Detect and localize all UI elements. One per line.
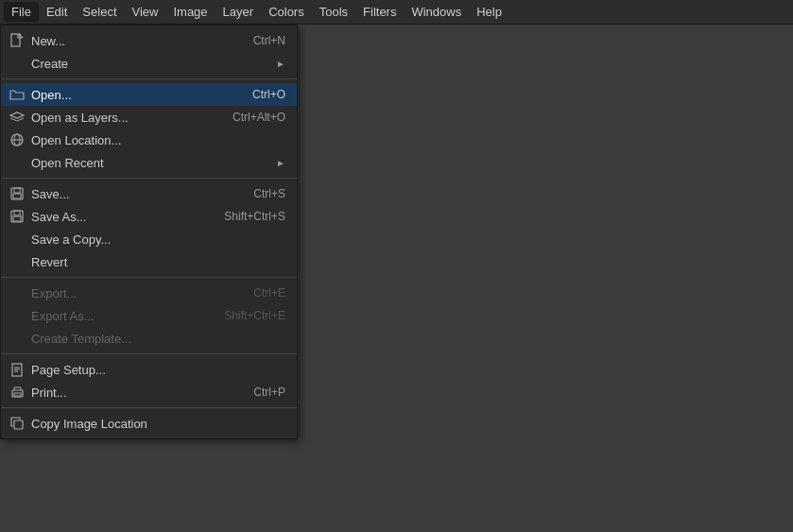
menu-layer[interactable]: Layer bbox=[215, 2, 262, 22]
open-shortcut: Ctrl+O bbox=[252, 88, 285, 101]
revert-label: Revert bbox=[31, 255, 285, 269]
file-dropdown-menu: New... Ctrl+N Create ► Open... Ctrl+O Op… bbox=[0, 25, 298, 439]
create-template-label: Create Template... bbox=[31, 332, 285, 346]
open-layers-icon bbox=[9, 109, 26, 126]
save-icon bbox=[9, 185, 26, 202]
menu-item-new[interactable]: New... Ctrl+N bbox=[1, 29, 297, 52]
open-folder-icon bbox=[9, 86, 26, 103]
menu-item-create[interactable]: Create ► bbox=[1, 52, 297, 75]
menu-item-create-template[interactable]: Create Template... bbox=[1, 327, 297, 350]
menu-item-save[interactable]: Save... Ctrl+S bbox=[1, 182, 297, 205]
open-label: Open... bbox=[31, 88, 233, 102]
svg-rect-9 bbox=[14, 211, 20, 215]
separator-2 bbox=[1, 178, 297, 179]
menu-item-open[interactable]: Open... Ctrl+O bbox=[1, 83, 297, 106]
page-setup-icon bbox=[9, 361, 26, 378]
menu-image[interactable]: Image bbox=[165, 2, 215, 22]
open-layers-label: Open as Layers... bbox=[31, 111, 214, 125]
svg-rect-7 bbox=[13, 194, 21, 198]
open-recent-arrow-icon: ► bbox=[276, 158, 285, 168]
menu-windows[interactable]: Windows bbox=[404, 2, 469, 22]
menu-item-save-as[interactable]: Save As... Shift+Ctrl+S bbox=[1, 205, 297, 228]
menu-filters[interactable]: Filters bbox=[355, 2, 404, 22]
open-location-label: Open Location... bbox=[31, 133, 285, 147]
menu-item-page-setup[interactable]: Page Setup... bbox=[1, 358, 297, 381]
print-icon bbox=[9, 384, 26, 401]
separator-3 bbox=[1, 277, 297, 278]
export-as-shortcut: Shift+Ctrl+E bbox=[224, 309, 285, 322]
menu-colors[interactable]: Colors bbox=[261, 2, 312, 22]
menubar: File Edit Select View Image Layer Colors… bbox=[0, 0, 793, 25]
menu-item-copy-image-location[interactable]: Copy Image Location bbox=[1, 412, 297, 435]
separator-1 bbox=[1, 78, 297, 79]
save-copy-label: Save a Copy... bbox=[31, 232, 285, 247]
svg-rect-6 bbox=[14, 188, 20, 193]
save-shortcut: Ctrl+S bbox=[253, 187, 285, 200]
menu-item-print[interactable]: Print... Ctrl+P bbox=[1, 381, 297, 403]
menu-item-revert[interactable]: Revert bbox=[1, 250, 297, 273]
menu-view[interactable]: View bbox=[125, 2, 166, 22]
menu-item-export[interactable]: Export... Ctrl+E bbox=[1, 282, 297, 304]
menu-item-save-copy[interactable]: Save a Copy... bbox=[1, 228, 297, 250]
save-as-shortcut: Shift+Ctrl+S bbox=[224, 210, 285, 223]
create-arrow-icon: ► bbox=[276, 59, 285, 69]
open-recent-label: Open Recent bbox=[31, 156, 276, 170]
create-label: Create bbox=[31, 57, 276, 71]
save-as-icon bbox=[9, 208, 26, 225]
print-label: Print... bbox=[31, 386, 234, 400]
menu-item-open-layers[interactable]: Open as Layers... Ctrl+Alt+O bbox=[1, 106, 297, 129]
menu-item-open-recent[interactable]: Open Recent ► bbox=[1, 151, 297, 174]
globe-icon bbox=[9, 131, 26, 148]
new-doc-icon bbox=[9, 32, 26, 49]
separator-4 bbox=[1, 353, 297, 354]
menu-select[interactable]: Select bbox=[75, 2, 124, 22]
menu-tools[interactable]: Tools bbox=[312, 2, 355, 22]
menu-edit[interactable]: Edit bbox=[39, 2, 75, 22]
copy-icon bbox=[9, 415, 26, 432]
menu-help[interactable]: Help bbox=[469, 2, 509, 22]
menu-item-open-location[interactable]: Open Location... bbox=[1, 129, 297, 151]
save-as-label: Save As... bbox=[31, 210, 205, 224]
svg-rect-17 bbox=[14, 420, 23, 429]
export-shortcut: Ctrl+E bbox=[253, 286, 285, 300]
page-setup-label: Page Setup... bbox=[31, 363, 285, 377]
save-label: Save... bbox=[31, 187, 234, 201]
new-shortcut: Ctrl+N bbox=[253, 34, 285, 47]
svg-rect-16 bbox=[14, 393, 21, 396]
svg-rect-0 bbox=[11, 34, 20, 46]
export-label: Export... bbox=[31, 286, 234, 300]
open-layers-shortcut: Ctrl+Alt+O bbox=[233, 111, 285, 124]
print-shortcut: Ctrl+P bbox=[253, 386, 285, 399]
menu-file[interactable]: File bbox=[4, 2, 39, 22]
export-as-label: Export As... bbox=[31, 309, 205, 323]
menu-item-export-as[interactable]: Export As... Shift+Ctrl+E bbox=[1, 304, 297, 327]
copy-image-location-label: Copy Image Location bbox=[31, 417, 285, 431]
svg-rect-10 bbox=[13, 216, 21, 221]
separator-5 bbox=[1, 407, 297, 408]
new-label: New... bbox=[31, 34, 234, 48]
